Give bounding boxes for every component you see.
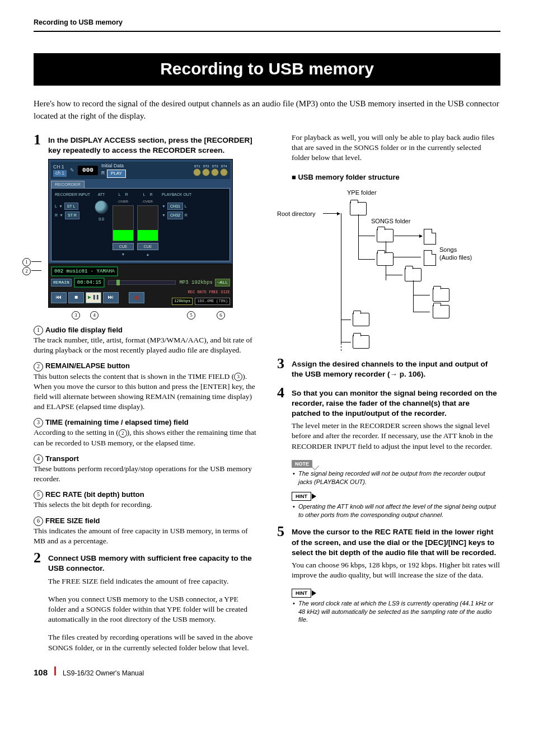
out-r: R xyxy=(185,213,188,218)
def-4-head: 4Transport xyxy=(34,454,257,464)
callout-2-marker: 2 xyxy=(22,267,31,275)
step-num-1: 1 xyxy=(34,133,44,147)
step-head-3: Assign the desired channels to the input… xyxy=(292,356,500,379)
songs-label: SONGS folder xyxy=(371,217,410,226)
transport-play: ▶❚❚ xyxy=(86,292,101,303)
sub-folder-icon-1 xyxy=(405,268,421,281)
shot-scene-sub: R xyxy=(101,170,105,176)
step-head-1: In the DISPLAY ACCESS section, press the… xyxy=(48,133,257,156)
led-st4 xyxy=(220,168,228,176)
l-mark: L xyxy=(55,204,57,209)
callout-row-bottom: 3 4 5 6 xyxy=(48,311,257,320)
intro-text: Here's how to record the signal of the d… xyxy=(34,98,500,123)
page-title: Recording to USB memory xyxy=(34,53,500,86)
transport-rec xyxy=(129,292,144,303)
meter-in-r: R xyxy=(125,192,128,197)
sub-folder-icon-3 xyxy=(433,305,449,318)
rec-input-label: RECORDER INPUT xyxy=(55,192,90,197)
ype-folder-icon xyxy=(350,202,367,215)
songs-folder-icon xyxy=(377,229,394,242)
att-label: ATT xyxy=(98,192,105,197)
def-3-head: 3TIME (remaining time / elapsed time) fi… xyxy=(34,417,257,428)
out-l: L xyxy=(185,204,187,209)
meter-over-1: -OVER- xyxy=(118,199,129,204)
step-num-5: 5 xyxy=(277,524,287,539)
rec-rate-val: 128kbps xyxy=(172,298,193,305)
step-3: 3 Assign the desired channels to the inp… xyxy=(277,356,500,379)
folder-structure-head: USB memory folder structure xyxy=(292,172,500,182)
shot-ch-top: CH 1 xyxy=(53,164,67,170)
folder-tree-diagram: YPE folder Root directory SONGS folder S… xyxy=(277,185,500,348)
ch31-chip: CH31 xyxy=(167,203,183,210)
all-btn: →ALL xyxy=(215,279,230,287)
hint-tag-1: HINT xyxy=(292,492,311,501)
shot-ch-sub: ch 1 xyxy=(53,170,67,176)
shot-scene-num: 000 xyxy=(78,166,98,175)
r-mark: R xyxy=(55,213,58,218)
def-1-body: The track number, title, artist, format … xyxy=(34,335,257,355)
def-2-head: 2REMAIN/ELAPSE button xyxy=(34,361,257,371)
step-2: 2 Connect USB memory with sufficient fre… xyxy=(34,551,257,574)
def-3-body: According to the setting in (2), this sh… xyxy=(34,428,257,448)
str-chip: ST R xyxy=(65,212,79,219)
misc-folder-icon-2 xyxy=(353,313,369,326)
def-4-body: These buttons perform record/play/stop o… xyxy=(34,464,257,484)
step-5-p1: You can choose 96 kbps, 128 kbps, or 192… xyxy=(292,560,500,580)
time-field: 00:04:15 xyxy=(74,278,105,288)
hint-tag-2: HINT xyxy=(292,589,311,598)
step-2-p2: When you connect USB memory to the USB c… xyxy=(48,594,257,625)
hint-text-2: The word clock rate at which the LS9 is … xyxy=(292,599,500,624)
song-file-icon-2 xyxy=(424,250,436,266)
shot-play-chip: PLAY xyxy=(107,170,126,178)
step-head-5: Move the cursor to the REC RATE field in… xyxy=(292,524,500,558)
meter-out-l: L xyxy=(143,192,146,197)
ch32-chip: CH32 xyxy=(167,212,183,219)
callout-5-marker: 5 xyxy=(187,311,195,320)
cue-btn-out: CUE xyxy=(137,243,158,250)
page-footer: 108 LS9-16/32 Owner's Manual xyxy=(34,666,500,678)
rec-rate-label: REC RATE xyxy=(188,290,207,295)
transport-prev: ⏮ xyxy=(51,292,67,303)
footer-bar xyxy=(54,666,56,675)
misc-folder-icon-1 xyxy=(377,252,394,266)
manual-name: LS9-16/32 Owner's Manual xyxy=(63,669,144,678)
hint-box-1: HINT Operating the ATT knob will not aff… xyxy=(292,492,500,519)
note-box-1: NOTE The signal being recorded will not … xyxy=(292,459,500,486)
root-label: Root directory xyxy=(277,210,315,218)
st1-label: ST1 xyxy=(194,164,200,168)
songs-files-sub-label: (Audio files) xyxy=(439,253,472,262)
hint-text-1: Operating the ATT knob will not affect t… xyxy=(292,503,500,519)
step-num-3: 3 xyxy=(277,356,287,371)
callout-4-marker: 4 xyxy=(90,311,99,320)
note-text-1: The signal being recorded will not be ou… xyxy=(292,469,500,486)
def-1-head: 1Audio file display field xyxy=(34,325,257,335)
note-tag-1: NOTE xyxy=(292,460,312,468)
meter-out-r: R xyxy=(149,192,152,197)
callout-3-marker: 3 xyxy=(72,311,80,320)
att-knob xyxy=(95,200,108,214)
hint-box-2: HINT The word clock rate at which the LS… xyxy=(292,589,500,624)
misc-folder-icon-3 xyxy=(353,335,369,349)
step-head-4: So that you can monitor the signal being… xyxy=(292,386,500,419)
free-size-label: FREE SIZE xyxy=(209,290,230,295)
song-file-icon-1 xyxy=(424,229,436,245)
head-rule xyxy=(34,31,500,32)
step-num-2: 2 xyxy=(34,551,44,565)
col2-intro: For playback as well, you will only be a… xyxy=(292,133,500,163)
playback-out-label: PLAYBACK OUT xyxy=(162,192,226,197)
st4-label: ST4 xyxy=(221,164,227,168)
recorder-screenshot: CH 1 ch 1 ✎ 000 Initial Data R PLAY xyxy=(48,159,233,308)
step-2-p1: The FREE SIZE field indicates the amount… xyxy=(48,576,257,586)
st3-label: ST3 xyxy=(212,164,218,168)
meter-out-block xyxy=(137,205,158,241)
step-num-4: 4 xyxy=(277,386,287,400)
ype-label: YPE folder xyxy=(347,189,377,197)
meter-in-l: L xyxy=(119,192,121,197)
remain-btn: REMAIN xyxy=(51,279,72,287)
meter-over-2: -OVER- xyxy=(142,199,154,204)
callout-6-marker: 6 xyxy=(217,311,225,320)
led-st1 xyxy=(193,168,201,176)
cue-btn-in: CUE xyxy=(113,243,134,250)
step-1: 1 In the DISPLAY ACCESS section, press t… xyxy=(34,133,257,156)
step-4: 4 So that you can monitor the signal bei… xyxy=(277,386,500,419)
